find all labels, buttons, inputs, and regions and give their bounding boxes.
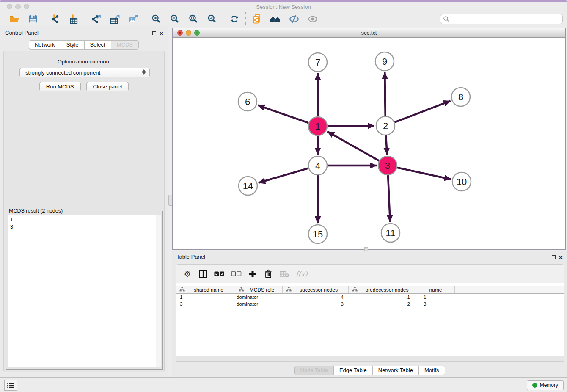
zoom-out-button[interactable] (168, 13, 182, 25)
table-cell[interactable]: 1 (176, 294, 235, 301)
network-view[interactable]: 7968124314101511 (173, 38, 565, 249)
table-cell[interactable]: 1 (349, 294, 419, 301)
graph-edge-1-6[interactable] (258, 105, 309, 123)
select-all-columns-button[interactable] (214, 268, 225, 279)
column-header-shared-name[interactable]: shared name (176, 286, 235, 293)
table-cell[interactable]: 3 (283, 301, 349, 307)
graph-node-label-3: 3 (385, 160, 390, 171)
window-zoom-button[interactable] (24, 4, 29, 9)
close-panel-button[interactable]: Close panel (86, 82, 129, 91)
graph-edge-2-9[interactable] (385, 72, 385, 116)
save-session-button[interactable] (26, 13, 40, 25)
tab-network[interactable]: Network (29, 40, 61, 50)
network-close-button[interactable]: × (177, 30, 183, 36)
network-window-titlebar[interactable]: × − + scc.txt (173, 28, 565, 38)
graph-node-label-1: 1 (315, 121, 320, 132)
run-mcds-button[interactable]: Run MCDS (39, 82, 81, 91)
column-header-name[interactable]: name (419, 286, 455, 293)
table-header-row: shared nameMCDS rolesuccessor nodesprede… (176, 286, 564, 294)
import-table-button[interactable] (67, 13, 81, 25)
first-neighbors-button[interactable] (269, 13, 282, 25)
apply-layout-button[interactable] (228, 13, 241, 25)
table-tab-edge-table[interactable]: Edge Table (333, 366, 373, 375)
network-minimize-button[interactable]: − (186, 30, 191, 36)
open-session-button[interactable] (8, 13, 21, 25)
table-tab-node-table[interactable]: Node Table (294, 366, 334, 375)
result-scrollbar[interactable] (156, 215, 161, 367)
control-panel-title: Control Panel (5, 30, 39, 36)
graph-edge-2-3[interactable] (386, 135, 387, 155)
graph-edge-1-2[interactable] (328, 126, 374, 126)
header-filler (455, 286, 564, 293)
window-close-button[interactable] (7, 4, 12, 9)
table-close-icon[interactable]: × (559, 254, 563, 261)
table-cell[interactable]: 4 (283, 294, 349, 301)
search-input[interactable] (440, 14, 563, 24)
table-cell[interactable]: dominator (235, 301, 283, 307)
horizontal-splitter-grip[interactable] (364, 247, 368, 251)
table-cell[interactable]: 2 (349, 301, 419, 307)
search-box (440, 14, 563, 24)
graph-edge-3-11[interactable] (388, 175, 390, 222)
column-header-successor-nodes[interactable]: successor nodes (283, 286, 349, 293)
import-network-button[interactable] (49, 13, 62, 25)
table-body: 1dominator4113dominator323 (176, 294, 564, 307)
table-cell[interactable]: 3 (176, 301, 235, 307)
export-network-button[interactable] (90, 13, 103, 25)
deselect-all-columns-button[interactable] (231, 268, 242, 279)
graph-edge-2-8[interactable] (394, 101, 450, 122)
column-label: shared name (185, 287, 235, 293)
memory-label: Memory (540, 382, 558, 388)
window-minimize-button[interactable] (15, 4, 21, 9)
table-tabs: Node TableEdge TableNetwork TableMotifs (172, 366, 567, 375)
float-panel-icon[interactable] (152, 31, 156, 35)
network-window-title: scc.txt (173, 28, 565, 37)
tab-mcds[interactable]: MCDS (111, 40, 139, 50)
zoom-fit-button[interactable] (187, 13, 200, 25)
delete-column-button[interactable] (264, 268, 273, 279)
delete-table-button (279, 268, 289, 279)
show-all-button (306, 13, 319, 25)
export-image-button[interactable] (127, 13, 140, 25)
table-row[interactable]: 1dominator411 (176, 294, 564, 301)
table-tab-motifs[interactable]: Motifs (418, 366, 445, 375)
table-row[interactable]: 3dominator323 (176, 301, 564, 307)
memory-button[interactable]: Memory (527, 380, 564, 390)
table-cell[interactable]: 1 (419, 294, 455, 301)
graph-node-label-2: 2 (383, 121, 388, 131)
network-graph[interactable]: 7968124314101511 (173, 38, 565, 249)
show-columns-button[interactable] (198, 268, 208, 279)
panel-splitter[interactable] (170, 26, 172, 377)
column-header-mcds-role[interactable]: MCDS role (235, 286, 283, 293)
table-options-button[interactable]: ⚙ (183, 268, 192, 279)
new-network-from-selection-button[interactable] (250, 13, 264, 25)
graph-edge-3-10[interactable] (397, 168, 451, 179)
export-table-button[interactable] (108, 13, 122, 25)
table-cell[interactable]: dominator (235, 294, 283, 301)
hide-selected-button[interactable] (287, 13, 301, 25)
network-zoom-button[interactable]: + (194, 30, 200, 36)
optimization-criterion-dropdown[interactable]: strongly connected component (19, 68, 150, 77)
zoom-selected-button[interactable] (205, 13, 219, 25)
create-column-button[interactable] (248, 268, 257, 279)
table-tab-network-table[interactable]: Network Table (372, 366, 419, 375)
tab-style[interactable]: Style (61, 40, 85, 50)
mcds-result-group: MCDS result (2 nodes) 1 3 (6, 208, 163, 370)
column-header-predecessor-nodes[interactable]: predecessor nodes (349, 286, 419, 293)
zoom-in-button[interactable] (149, 13, 163, 25)
column-label: successor nodes (292, 287, 348, 293)
table-bottom-strip (176, 356, 564, 361)
tab-select[interactable]: Select (84, 40, 111, 50)
mcds-result-title: MCDS result (2 nodes) (8, 208, 64, 214)
window-title-bar: Session: New Session (0, 2, 567, 12)
hierarchy-icon (179, 287, 185, 293)
table-float-icon[interactable] (552, 255, 556, 259)
task-history-button[interactable] (4, 380, 17, 391)
window-title: Session: New Session (0, 2, 567, 12)
close-panel-icon[interactable]: × (160, 30, 163, 37)
graph-edge-3-1[interactable] (328, 132, 379, 161)
graph-edge-4-14[interactable] (259, 168, 308, 182)
node-table-container: ⚙f(x) shared nameMCDS rolesuccessor node… (176, 264, 564, 362)
graph-node-label-6: 6 (245, 97, 250, 107)
table-cell[interactable]: 3 (419, 301, 455, 307)
